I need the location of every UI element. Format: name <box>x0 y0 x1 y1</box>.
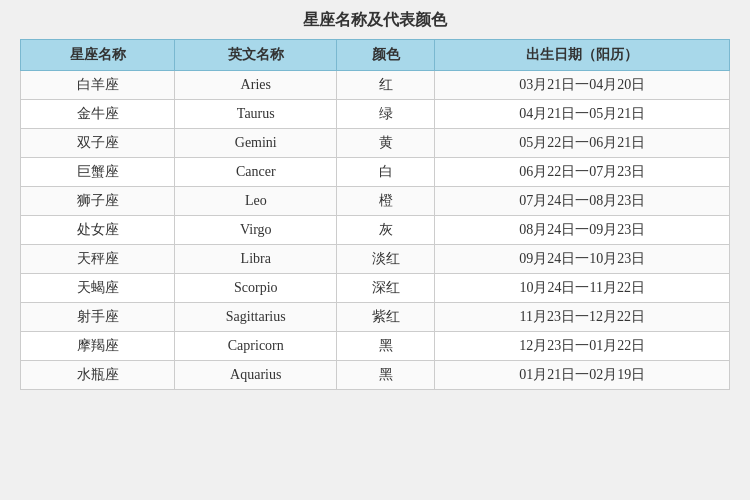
cell-chinese-name: 天蝎座 <box>21 274 175 303</box>
cell-color: 橙 <box>337 187 435 216</box>
table-row: 天秤座Libra淡红09月24日一10月23日 <box>21 245 730 274</box>
cell-chinese-name: 双子座 <box>21 129 175 158</box>
page-title: 星座名称及代表颜色 <box>20 10 730 31</box>
table-header-row: 星座名称 英文名称 颜色 出生日期（阳历） <box>21 40 730 71</box>
cell-color: 黑 <box>337 361 435 390</box>
cell-english-name: Scorpio <box>175 274 337 303</box>
table-row: 处女座Virgo灰08月24日一09月23日 <box>21 216 730 245</box>
cell-chinese-name: 摩羯座 <box>21 332 175 361</box>
cell-date: 09月24日一10月23日 <box>435 245 730 274</box>
cell-date: 03月21日一04月20日 <box>435 71 730 100</box>
cell-color: 紫红 <box>337 303 435 332</box>
cell-chinese-name: 白羊座 <box>21 71 175 100</box>
cell-date: 06月22日一07月23日 <box>435 158 730 187</box>
cell-english-name: Gemini <box>175 129 337 158</box>
cell-color: 黄 <box>337 129 435 158</box>
cell-english-name: Taurus <box>175 100 337 129</box>
zodiac-table: 星座名称 英文名称 颜色 出生日期（阳历） 白羊座Aries红03月21日一04… <box>20 39 730 390</box>
cell-color: 淡红 <box>337 245 435 274</box>
cell-chinese-name: 狮子座 <box>21 187 175 216</box>
cell-chinese-name: 金牛座 <box>21 100 175 129</box>
table-row: 狮子座Leo橙07月24日一08月23日 <box>21 187 730 216</box>
cell-date: 01月21日一02月19日 <box>435 361 730 390</box>
table-row: 摩羯座Capricorn黑12月23日一01月22日 <box>21 332 730 361</box>
table-row: 双子座Gemini黄05月22日一06月21日 <box>21 129 730 158</box>
cell-chinese-name: 水瓶座 <box>21 361 175 390</box>
cell-english-name: Capricorn <box>175 332 337 361</box>
cell-chinese-name: 处女座 <box>21 216 175 245</box>
table-row: 金牛座Taurus绿04月21日一05月21日 <box>21 100 730 129</box>
cell-color: 绿 <box>337 100 435 129</box>
table-row: 天蝎座Scorpio深红10月24日一11月22日 <box>21 274 730 303</box>
cell-chinese-name: 天秤座 <box>21 245 175 274</box>
cell-english-name: Aquarius <box>175 361 337 390</box>
cell-english-name: Libra <box>175 245 337 274</box>
cell-color: 红 <box>337 71 435 100</box>
table-row: 巨蟹座Cancer白06月22日一07月23日 <box>21 158 730 187</box>
cell-date: 04月21日一05月21日 <box>435 100 730 129</box>
cell-english-name: Virgo <box>175 216 337 245</box>
cell-chinese-name: 巨蟹座 <box>21 158 175 187</box>
cell-date: 12月23日一01月22日 <box>435 332 730 361</box>
cell-color: 深红 <box>337 274 435 303</box>
cell-date: 11月23日一12月22日 <box>435 303 730 332</box>
cell-date: 05月22日一06月21日 <box>435 129 730 158</box>
main-container: 星座名称及代表颜色 星座名称 英文名称 颜色 出生日期（阳历） 白羊座Aries… <box>20 10 730 390</box>
cell-color: 白 <box>337 158 435 187</box>
header-color: 颜色 <box>337 40 435 71</box>
cell-chinese-name: 射手座 <box>21 303 175 332</box>
cell-english-name: Aries <box>175 71 337 100</box>
cell-english-name: Cancer <box>175 158 337 187</box>
table-row: 白羊座Aries红03月21日一04月20日 <box>21 71 730 100</box>
cell-date: 08月24日一09月23日 <box>435 216 730 245</box>
table-row: 射手座Sagittarius紫红11月23日一12月22日 <box>21 303 730 332</box>
header-date: 出生日期（阳历） <box>435 40 730 71</box>
cell-english-name: Sagittarius <box>175 303 337 332</box>
cell-date: 07月24日一08月23日 <box>435 187 730 216</box>
header-english-name: 英文名称 <box>175 40 337 71</box>
cell-english-name: Leo <box>175 187 337 216</box>
cell-color: 灰 <box>337 216 435 245</box>
cell-date: 10月24日一11月22日 <box>435 274 730 303</box>
table-row: 水瓶座Aquarius黑01月21日一02月19日 <box>21 361 730 390</box>
header-chinese-name: 星座名称 <box>21 40 175 71</box>
cell-color: 黑 <box>337 332 435 361</box>
